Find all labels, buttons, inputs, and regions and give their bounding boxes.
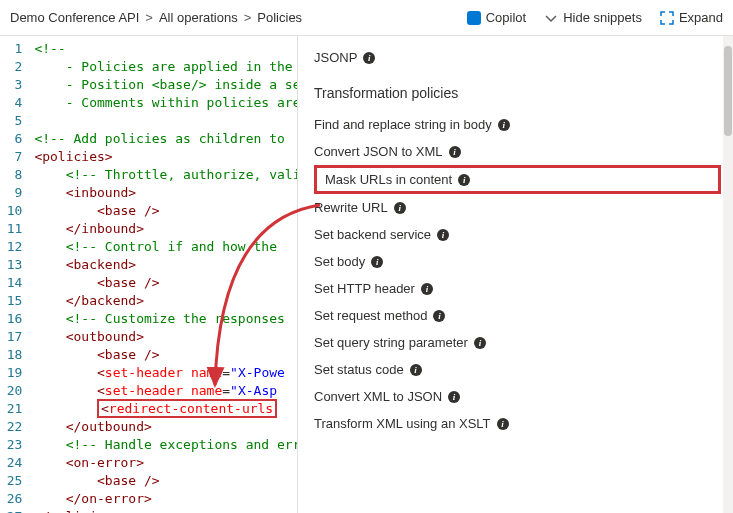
code-line[interactable]: <base /> xyxy=(34,202,297,220)
policy-item[interactable]: Rewrite URLi xyxy=(314,194,721,221)
policy-label: Transform XML using an XSLT xyxy=(314,416,491,431)
code-line[interactable]: </on-error> xyxy=(34,490,297,508)
code-line[interactable]: <base /> xyxy=(34,274,297,292)
snippets-sidebar: JSONP i Transformation policies Find and… xyxy=(298,36,733,513)
policy-label: Set backend service xyxy=(314,227,431,242)
policy-label: Convert JSON to XML xyxy=(314,144,443,159)
policy-label: Set HTTP header xyxy=(314,281,415,296)
expand-label: Expand xyxy=(679,10,723,25)
scrollbar-thumb[interactable] xyxy=(724,46,732,136)
code-line[interactable]: <!-- Handle exceptions and errors xyxy=(34,436,297,454)
policy-item[interactable]: Set backend servicei xyxy=(314,221,721,248)
policy-item[interactable]: Mask URLs in contenti xyxy=(314,165,721,194)
line-number: 19 xyxy=(0,364,22,382)
breadcrumb: Demo Conference API > All operations > P… xyxy=(10,10,302,25)
code-line[interactable]: </inbound> xyxy=(34,220,297,238)
line-number: 20 xyxy=(0,382,22,400)
line-number: 21 xyxy=(0,400,22,418)
code-line[interactable]: <!-- Add policies as children to xyxy=(34,130,297,148)
code-line[interactable]: <base /> xyxy=(34,472,297,490)
code-line[interactable]: <policies> xyxy=(34,148,297,166)
section-title: Transformation policies xyxy=(314,71,721,111)
code-line[interactable]: </outbound> xyxy=(34,418,297,436)
policy-item[interactable]: Convert JSON to XMLi xyxy=(314,138,721,165)
code-editor[interactable]: 1234567891011121314151617181920212223242… xyxy=(0,36,298,513)
line-number: 5 xyxy=(0,112,22,130)
code-line[interactable]: <inbound> xyxy=(34,184,297,202)
expand-button[interactable]: Expand xyxy=(660,10,723,25)
info-icon[interactable]: i xyxy=(394,202,406,214)
code-line[interactable]: <!-- Customize the responses xyxy=(34,310,297,328)
scrollbar-track[interactable] xyxy=(723,36,733,513)
code-line[interactable] xyxy=(34,112,297,130)
policy-item[interactable]: Set query string parameteri xyxy=(314,329,721,356)
code-line[interactable]: <!-- Throttle, authorize, validate xyxy=(34,166,297,184)
info-icon[interactable]: i xyxy=(371,256,383,268)
breadcrumb-item[interactable]: Demo Conference API xyxy=(10,10,139,25)
breadcrumb-separator: > xyxy=(145,10,153,25)
code-line[interactable]: <base /> xyxy=(34,346,297,364)
copilot-label: Copilot xyxy=(486,10,526,25)
policy-list: Find and replace string in bodyiConvert … xyxy=(314,111,721,437)
info-icon[interactable]: i xyxy=(437,229,449,241)
policy-label: Set status code xyxy=(314,362,404,377)
info-icon[interactable]: i xyxy=(449,146,461,158)
breadcrumb-item[interactable]: All operations xyxy=(159,10,238,25)
expand-icon xyxy=(660,11,674,25)
code-line[interactable]: <set-header name="X-Powe xyxy=(34,364,297,382)
info-icon[interactable]: i xyxy=(497,418,509,430)
policy-item[interactable]: Set bodyi xyxy=(314,248,721,275)
line-number: 9 xyxy=(0,184,22,202)
editor-code[interactable]: <!-- - Policies are applied in the order… xyxy=(30,36,297,513)
policy-item[interactable]: Convert XML to JSONi xyxy=(314,383,721,410)
code-line[interactable]: <set-header name="X-Asp xyxy=(34,382,297,400)
editor-gutter: 1234567891011121314151617181920212223242… xyxy=(0,36,30,513)
info-icon[interactable]: i xyxy=(363,52,375,64)
line-number: 4 xyxy=(0,94,22,112)
info-icon[interactable]: i xyxy=(410,364,422,376)
breadcrumb-separator: > xyxy=(244,10,252,25)
info-icon[interactable]: i xyxy=(448,391,460,403)
code-line[interactable]: - Position <base/> inside a section xyxy=(34,76,297,94)
code-line[interactable]: <outbound> xyxy=(34,328,297,346)
policy-label: Set body xyxy=(314,254,365,269)
code-line[interactable]: <redirect-content-urls xyxy=(34,400,297,418)
hide-snippets-label: Hide snippets xyxy=(563,10,642,25)
info-icon[interactable]: i xyxy=(458,174,470,186)
line-number: 17 xyxy=(0,328,22,346)
line-number: 26 xyxy=(0,490,22,508)
code-line[interactable]: <!-- xyxy=(34,40,297,58)
policy-item[interactable]: Find and replace string in bodyi xyxy=(314,111,721,138)
policy-item[interactable]: Set request methodi xyxy=(314,302,721,329)
line-number: 11 xyxy=(0,220,22,238)
line-number: 7 xyxy=(0,148,22,166)
hide-snippets-button[interactable]: Hide snippets xyxy=(544,10,642,25)
code-line[interactable]: <backend> xyxy=(34,256,297,274)
line-number: 22 xyxy=(0,418,22,436)
code-line[interactable]: - Policies are applied in the order they… xyxy=(34,58,297,76)
code-line[interactable]: <!-- Control if and how the xyxy=(34,238,297,256)
policy-item[interactable]: Transform XML using an XSLTi xyxy=(314,410,721,437)
info-icon[interactable]: i xyxy=(433,310,445,322)
info-icon[interactable]: i xyxy=(421,283,433,295)
policy-item[interactable]: Set status codei xyxy=(314,356,721,383)
line-number: 27 xyxy=(0,508,22,513)
code-line[interactable]: </backend> xyxy=(34,292,297,310)
line-number: 13 xyxy=(0,256,22,274)
policy-item[interactable]: Set HTTP headeri xyxy=(314,275,721,302)
code-line[interactable]: </policies> xyxy=(34,508,297,513)
code-line[interactable]: <on-error> xyxy=(34,454,297,472)
line-number: 16 xyxy=(0,310,22,328)
policy-label: JSONP xyxy=(314,50,357,65)
info-icon[interactable]: i xyxy=(474,337,486,349)
policy-item-jsonp[interactable]: JSONP i xyxy=(314,44,721,71)
breadcrumb-item[interactable]: Policies xyxy=(257,10,302,25)
line-number: 1 xyxy=(0,40,22,58)
code-line[interactable]: - Comments within policies are preserved xyxy=(34,94,297,112)
line-number: 18 xyxy=(0,346,22,364)
topbar: Demo Conference API > All operations > P… xyxy=(0,0,733,36)
copilot-button[interactable]: Copilot xyxy=(467,10,526,25)
info-icon[interactable]: i xyxy=(498,119,510,131)
chevron-down-icon xyxy=(544,11,558,25)
line-number: 23 xyxy=(0,436,22,454)
